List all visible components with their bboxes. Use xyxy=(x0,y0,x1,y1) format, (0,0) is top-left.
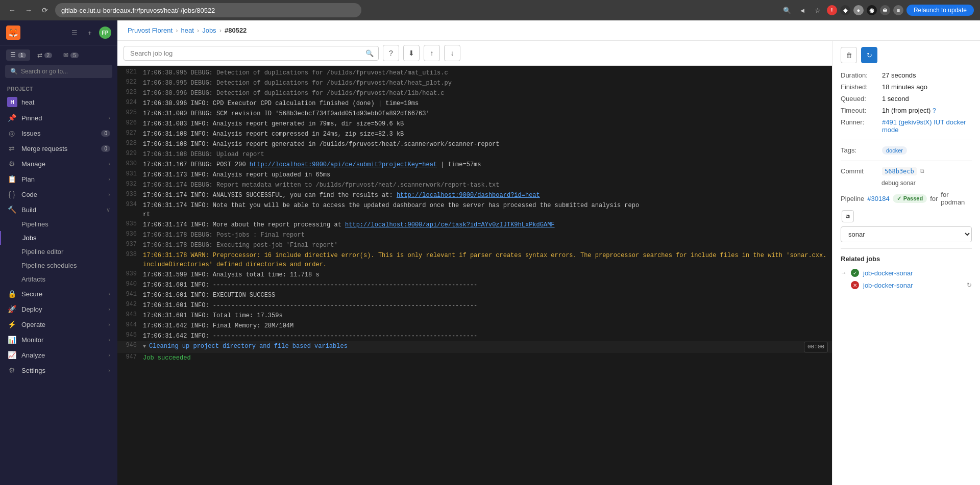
tab-merge-requests[interactable]: ⇄ 2 xyxy=(33,49,57,61)
breadcrumb-job-id: #80522 xyxy=(225,27,247,34)
sidebar-item-deploy[interactable]: 🚀 Deploy › xyxy=(0,301,117,317)
breadcrumb-project[interactable]: heat xyxy=(181,27,194,34)
pipeline-row: Pipeline #30184 Passed for for podman xyxy=(841,191,972,206)
sidebar-item-plan[interactable]: 📋 Plan › xyxy=(0,171,117,187)
log-line-932: 93217:06:31.174 DEBUG: Report metadata w… xyxy=(117,180,832,190)
ext-icon-3: ● xyxy=(853,5,864,15)
breadcrumb-jobs[interactable]: Jobs xyxy=(202,27,216,34)
log-line-939: 93917:06:31.599 INFO: Analysis total tim… xyxy=(117,270,832,280)
share-icon-btn[interactable]: ◄ xyxy=(796,4,808,16)
section-toggle-946[interactable]: ▼ xyxy=(143,344,146,349)
issues-tab-icon: ☰ xyxy=(10,52,16,59)
log-line-content-929: 17:06:31.108 DEBUG: Upload report xyxy=(143,150,832,159)
sidebar-item-build[interactable]: 🔨 Build ∨ xyxy=(0,202,117,217)
ext-icon-5: ⊕ xyxy=(880,5,890,15)
log-search-input[interactable] xyxy=(124,46,379,61)
tags-row: Tags: docker xyxy=(841,146,972,155)
copy-commit-icon[interactable]: ⧉ xyxy=(920,167,924,174)
project-name: heat xyxy=(21,98,34,106)
sidebar-sub-pipelines[interactable]: Pipelines xyxy=(0,217,117,231)
delete-job-button[interactable]: 🗑 xyxy=(841,47,857,63)
runner-value[interactable]: #491 (gekiv9stX) IUT docker mode xyxy=(882,118,972,134)
tab-issues[interactable]: ☰ 1 xyxy=(6,49,30,61)
log-line-content-925: 17:06:31.000 DEBUG: SCM revision ID '568… xyxy=(143,109,832,118)
address-bar[interactable]: gitlab-ce.iut.u-bordeaux.fr/fpruvost/hea… xyxy=(55,3,361,17)
related-job-1-name[interactable]: job-docker-sonar xyxy=(863,269,913,277)
related-job-2-name[interactable]: job-docker-sonar xyxy=(863,282,913,289)
sidebar-sub-jobs[interactable]: Jobs xyxy=(0,231,117,245)
monitor-icon: 📊 xyxy=(7,336,16,344)
project-item[interactable]: H heat xyxy=(0,94,117,110)
log-line-921: 92117:06:30.995 DEBUG: Detection of dupl… xyxy=(117,68,832,78)
timeout-help-icon[interactable]: ? xyxy=(933,107,936,114)
mr-tab-badge: 2 xyxy=(44,53,53,58)
issues-tab-badge: 1 xyxy=(18,53,26,58)
pipeline-link[interactable]: #30184 xyxy=(867,195,889,202)
queued-label: Queued: xyxy=(841,95,879,103)
artifacts-label: Artifacts xyxy=(21,275,45,283)
log-output[interactable]: 92117:06:30.995 DEBUG: Detection of dupl… xyxy=(117,66,832,485)
pinned-label: Pinned xyxy=(21,114,42,122)
sidebar-item-pinned[interactable]: 📌 Pinned › xyxy=(0,110,117,125)
stage-select[interactable]: sonar xyxy=(841,226,972,242)
back-button[interactable]: ← xyxy=(6,4,18,16)
sidebar-item-operate[interactable]: ⚡ Operate › xyxy=(0,317,117,332)
sidebar-item-settings[interactable]: ⚙ Settings › xyxy=(0,363,117,378)
log-line-num-930: 930 xyxy=(117,160,143,167)
log-line-num-937: 937 xyxy=(117,241,143,248)
forward-button[interactable]: → xyxy=(22,4,35,16)
sidebar-toggle-button[interactable]: ☰ xyxy=(68,27,81,39)
log-link-930[interactable]: http://localhost:9000/api/ce/submit?proj… xyxy=(250,161,437,168)
secure-icon: 🔒 xyxy=(7,290,16,298)
settings-icon: ⚙ xyxy=(7,366,16,374)
log-help-button[interactable]: ? xyxy=(383,45,399,61)
log-download-button[interactable]: ⬇ xyxy=(403,45,420,61)
breadcrumb-user[interactable]: Pruvost Florent xyxy=(128,27,173,34)
sidebar-search[interactable]: 🔍 Search or go to... xyxy=(5,65,112,78)
log-line-941: 94117:06:31.601 INFO: EXECUTION SUCCESS xyxy=(117,290,832,300)
analyze-arrow: › xyxy=(108,352,110,358)
settings-label: Settings xyxy=(21,367,45,374)
stage-select-wrap: sonar xyxy=(841,226,972,242)
log-link-935[interactable]: http://localhost:9000/api/ce/task?id=AYv… xyxy=(345,221,554,228)
retry-related-job-icon[interactable]: ↻ xyxy=(967,282,972,289)
user-avatar[interactable]: FP xyxy=(99,27,111,39)
sidebar-item-manage[interactable]: ⚙ Manage › xyxy=(0,156,117,171)
log-line-num-947: 947 xyxy=(117,353,143,361)
log-line-content-930: 17:06:31.167 DEBUG: POST 200 http://loca… xyxy=(143,160,832,169)
sidebar-sub-artifacts[interactable]: Artifacts xyxy=(0,272,117,286)
tab-notifications[interactable]: ✉ 5 xyxy=(59,49,83,61)
log-line-content-922: 17:06:30.995 DEBUG: Detection of duplica… xyxy=(143,79,832,88)
log-scroll-bottom-button[interactable]: ↓ xyxy=(444,45,460,61)
log-scroll-top-button[interactable]: ↑ xyxy=(424,45,440,61)
log-line-content-941: 17:06:31.601 INFO: EXECUTION SUCCESS xyxy=(143,291,832,300)
copy-pipeline-button[interactable]: ⧉ xyxy=(842,210,854,222)
search-icon-btn[interactable]: 🔍 xyxy=(781,4,793,16)
commit-hash[interactable]: 568b3ecb xyxy=(882,167,917,175)
log-line-922: 92217:06:30.995 DEBUG: Detection of dupl… xyxy=(117,78,832,88)
bookmark-icon-btn[interactable]: ☆ xyxy=(812,4,824,16)
browser-bar: ← → ⟳ gitlab-ce.iut.u-bordeaux.fr/fpruvo… xyxy=(0,0,980,20)
new-item-button[interactable]: + xyxy=(84,27,96,39)
gitlab-logo[interactable]: 🦊 xyxy=(6,25,20,40)
issues-icon: ◎ xyxy=(7,129,16,137)
sidebar-item-secure[interactable]: 🔒 Secure › xyxy=(0,286,117,301)
sidebar-item-merge-requests[interactable]: ⇄ Merge requests 0 xyxy=(0,141,117,156)
log-line-content-933: 17:06:31.174 INFO: ANALYSIS SUCCESSFUL, … xyxy=(143,191,832,200)
sidebar-item-issues[interactable]: ◎ Issues 0 xyxy=(0,125,117,141)
log-line-content-947: Job succeeded xyxy=(143,353,832,363)
relaunch-button[interactable]: Relaunch to update xyxy=(906,5,974,16)
sidebar-item-code[interactable]: { } Code › xyxy=(0,187,117,202)
retry-job-button[interactable]: ↻ xyxy=(861,47,877,63)
reload-button[interactable]: ⟳ xyxy=(39,4,51,16)
log-toolbar: 🔍 ? ⬇ ↑ ↓ xyxy=(117,41,832,66)
sidebar-item-analyze[interactable]: 📈 Analyze › xyxy=(0,347,117,363)
log-link-933[interactable]: http://localhost:9000/dashboard?id=heat xyxy=(397,192,540,199)
sidebar-item-monitor[interactable]: 📊 Monitor › xyxy=(0,332,117,347)
tag-docker[interactable]: docker xyxy=(882,146,907,155)
sidebar-sub-pipeline-editor[interactable]: Pipeline editor xyxy=(0,245,117,259)
log-line-content-938: 17:06:31.178 WARN: Preprocessor: 16 incl… xyxy=(143,251,832,269)
log-line-num-935: 935 xyxy=(117,220,143,227)
sidebar-sub-pipeline-schedules[interactable]: Pipeline schedules xyxy=(0,259,117,272)
operate-arrow: › xyxy=(108,321,110,327)
